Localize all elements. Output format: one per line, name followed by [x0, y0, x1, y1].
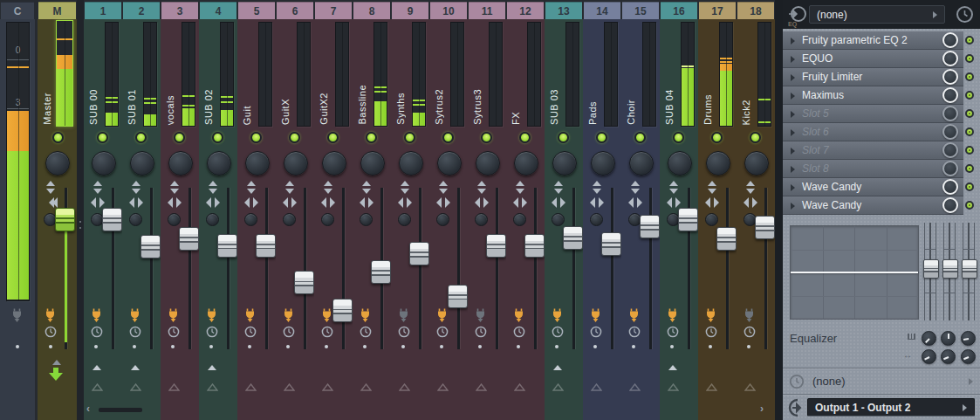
sidechain-route-arrow[interactable] — [168, 379, 179, 386]
plugin-slot[interactable]: Wave Candy — [783, 196, 980, 215]
master-track-name[interactable]: Master — [39, 22, 55, 125]
track-pan-knob[interactable] — [629, 151, 654, 176]
pan-lr-icon[interactable] — [283, 196, 297, 211]
track-number-header[interactable]: 12 — [507, 2, 544, 20]
volume-fader[interactable] — [179, 227, 199, 251]
fader-groove[interactable] — [150, 188, 153, 349]
track-pan-knob[interactable] — [245, 151, 270, 176]
track-mute-led[interactable] — [366, 132, 377, 143]
track-name-label[interactable]: GuitX2 — [316, 22, 332, 125]
plugin-delay-clock-icon[interactable] — [552, 326, 564, 338]
track-pan-knob[interactable] — [437, 151, 462, 176]
route-to-master-arrow[interactable] — [93, 365, 101, 370]
equalizer-knob[interactable] — [961, 349, 976, 364]
volume-fader[interactable] — [563, 226, 583, 250]
slot-mix-knob[interactable] — [942, 142, 958, 158]
track-pan-knob[interactable] — [552, 151, 577, 176]
track-mute-led[interactable] — [250, 132, 262, 143]
audio-input-icon[interactable] — [475, 308, 486, 322]
plugin-delay-clock-icon[interactable] — [628, 326, 641, 338]
volume-fader[interactable] — [294, 271, 314, 294]
route-up-arrow[interactable] — [52, 360, 61, 365]
mixer-track[interactable]: 5 Guit — [237, 0, 276, 420]
sidechain-route-arrow[interactable] — [360, 379, 371, 386]
master-volume-fader[interactable] — [55, 208, 75, 231]
output-dropdown[interactable]: Output 1 - Output 2 — [807, 398, 975, 417]
mixer-track[interactable]: 11 Sytrus3 — [468, 0, 506, 420]
mixer-track[interactable]: 1 SUB 00 — [84, 0, 122, 420]
slot-enable-led[interactable] — [965, 54, 974, 63]
track-number-header[interactable]: 5 — [238, 2, 275, 20]
track-name-label[interactable]: Sytrus2 — [431, 22, 447, 125]
fader-groove[interactable] — [342, 188, 345, 349]
slot-mix-knob[interactable] — [942, 69, 958, 85]
mixer-track[interactable]: 8 Bassline — [353, 0, 391, 420]
track-mute-led[interactable] — [289, 132, 300, 143]
plugin-slot[interactable]: Maximus — [783, 86, 980, 105]
track-number-header[interactable]: 8 — [353, 2, 390, 20]
pan-lr-icon[interactable] — [129, 196, 143, 211]
track-mute-led[interactable] — [519, 132, 531, 143]
volume-fader[interactable] — [256, 234, 276, 258]
track-pan-knob[interactable] — [744, 151, 769, 176]
audio-input-icon[interactable] — [628, 308, 640, 322]
fader-groove[interactable] — [265, 188, 268, 349]
volume-fader[interactable] — [217, 234, 237, 258]
sidechain-route-arrow[interactable] — [629, 379, 640, 386]
fader-groove[interactable] — [496, 188, 498, 349]
volume-fader[interactable] — [601, 232, 621, 256]
audio-input-icon[interactable] — [513, 308, 524, 322]
eq-curve-display[interactable] — [790, 225, 919, 320]
track-mute-led[interactable] — [634, 132, 646, 143]
equalizer-knob[interactable] — [922, 331, 936, 346]
volume-fader[interactable] — [448, 285, 468, 308]
sidechain-route-arrow[interactable] — [284, 379, 294, 386]
slot-expand-arrow-icon[interactable] — [791, 129, 795, 136]
track-pan-knob[interactable] — [130, 151, 154, 176]
track-number-header[interactable]: 17 — [699, 2, 736, 20]
mixer-track[interactable]: 18 Kick2 — [737, 0, 775, 420]
slot-mix-knob[interactable] — [942, 106, 958, 121]
track-mute-led[interactable] — [212, 132, 223, 143]
sidechain-route-arrow[interactable] — [744, 379, 755, 386]
mixer-track[interactable]: 17 Drums — [698, 0, 737, 420]
track-pan-knob[interactable] — [706, 151, 730, 176]
slot-mix-knob[interactable] — [942, 32, 958, 48]
pan-lr-icon[interactable] — [628, 196, 642, 211]
plugin-delay-clock-icon[interactable] — [436, 326, 449, 338]
current-strip-header[interactable]: C — [1, 2, 34, 20]
audio-input-icon[interactable] — [744, 308, 755, 322]
track-name-label[interactable]: Kick2 — [738, 22, 754, 125]
volume-fader[interactable] — [371, 260, 391, 284]
track-fx-knob[interactable] — [552, 213, 565, 226]
track-name-label[interactable]: SUB 04 — [661, 22, 677, 125]
track-pan-knob[interactable] — [668, 151, 692, 176]
track-fx-knob[interactable] — [513, 213, 526, 226]
audio-input-icon[interactable] — [667, 308, 678, 322]
slot-expand-arrow-icon[interactable] — [791, 93, 795, 100]
time-selector-row[interactable]: (none) — [783, 368, 980, 394]
track-mute-led[interactable] — [711, 132, 723, 143]
track-pan-knob[interactable] — [322, 151, 346, 176]
equalizer-knob[interactable] — [941, 349, 956, 364]
sidechain-route-arrow[interactable] — [399, 379, 409, 386]
plugin-delay-clock-icon[interactable] — [283, 326, 295, 338]
sidechain-route-arrow[interactable] — [207, 379, 217, 386]
fader-groove[interactable] — [188, 188, 191, 349]
plugin-delay-clock-icon[interactable] — [168, 326, 180, 338]
plugin-slot[interactable]: Wave Candy — [783, 178, 980, 196]
volume-fader[interactable] — [678, 208, 698, 231]
eq-band1-fader[interactable] — [923, 223, 937, 320]
audio-input-icon[interactable] — [321, 308, 332, 322]
plugin-delay-clock-icon[interactable] — [129, 326, 141, 338]
track-name-label[interactable]: SUB 03 — [546, 22, 562, 125]
plugin-delay-clock-icon[interactable] — [206, 326, 218, 338]
current-track-strip[interactable]: C 03 — [0, 0, 35, 420]
slot-expand-arrow-icon[interactable] — [791, 56, 795, 63]
route-to-master-arrow[interactable] — [208, 365, 216, 370]
eq-band2-fader[interactable] — [942, 223, 956, 320]
track-mute-led[interactable] — [596, 132, 607, 143]
track-fx-knob[interactable] — [168, 213, 181, 226]
scroll-left-arrow[interactable]: ‹ — [86, 404, 90, 413]
track-number-header[interactable]: 16 — [661, 2, 697, 20]
